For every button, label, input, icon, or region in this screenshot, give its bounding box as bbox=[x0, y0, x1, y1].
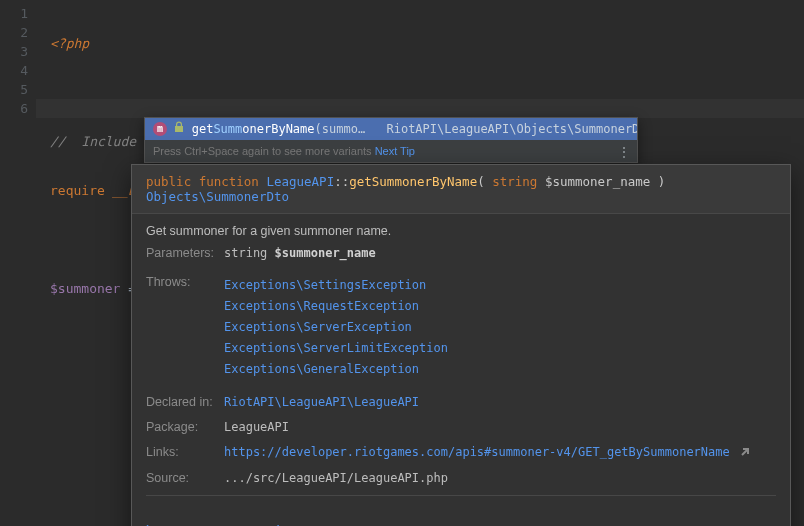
line-gutter: 1 2 3 4 5 6 bbox=[0, 0, 40, 118]
line-number: 6 bbox=[0, 99, 40, 118]
suggestion-return-type: RiotAPI\LeagueAPI\Objects\SummonerDto bbox=[368, 122, 637, 136]
line-number: 3 bbox=[0, 42, 40, 61]
api-docs-link[interactable]: https://developer.riotgames.com/apis#sum… bbox=[224, 445, 730, 459]
php-open-tag: <?php bbox=[50, 36, 89, 51]
label-source: Source: bbox=[146, 465, 216, 485]
throws-link[interactable]: Exceptions\SettingsException bbox=[224, 278, 426, 292]
label-parameters: Parameters: bbox=[146, 246, 216, 260]
external-link-icon bbox=[740, 446, 750, 460]
value-throws: Exceptions\SettingsException Exceptions\… bbox=[224, 265, 776, 380]
doc-footer: `getSummonerByName` on developer.riotgam… bbox=[132, 518, 790, 527]
keyword-require: require bbox=[50, 183, 105, 198]
line-number: 2 bbox=[0, 23, 40, 42]
var-summoner: $summoner bbox=[50, 281, 120, 296]
lock-icon bbox=[174, 118, 184, 140]
divider bbox=[146, 495, 776, 496]
value-source: .../src/LeagueAPI/LeagueAPI.php bbox=[224, 465, 776, 485]
doc-body: Get summoner for a given summoner name. … bbox=[132, 214, 790, 518]
line-number: 5 bbox=[0, 80, 40, 99]
suggestion-name: getSummonerByName bbox=[192, 122, 315, 136]
label-links: Links: bbox=[146, 439, 216, 460]
line-number: 1 bbox=[0, 4, 40, 23]
throws-link[interactable]: Exceptions\RequestException bbox=[224, 299, 419, 313]
doc-signature: public function LeagueAPI::getSummonerBy… bbox=[132, 165, 790, 214]
line-number: 4 bbox=[0, 61, 40, 80]
label-throws: Throws: bbox=[146, 265, 216, 380]
suggestion-params: (summo… bbox=[315, 122, 366, 136]
declared-in-link[interactable]: RiotAPI\LeagueAPI\LeagueAPI bbox=[224, 395, 419, 409]
method-icon: m bbox=[153, 122, 167, 136]
documentation-popup[interactable]: public function LeagueAPI::getSummonerBy… bbox=[131, 164, 791, 526]
throws-link[interactable]: Exceptions\ServerLimitException bbox=[224, 341, 448, 355]
autocomplete-popup[interactable]: m getSummonerByName(summo… RiotAPI\Leagu… bbox=[144, 117, 638, 163]
value-links: https://developer.riotgames.com/apis#sum… bbox=[224, 439, 776, 460]
value-declared: RiotAPI\LeagueAPI\LeagueAPI bbox=[224, 385, 776, 409]
class-link[interactable]: LeagueAPI bbox=[266, 174, 334, 189]
label-declared: Declared in: bbox=[146, 385, 216, 409]
autocomplete-hint: Press Ctrl+Space again to see more varia… bbox=[145, 140, 637, 162]
doc-description: Get summoner for a given summoner name. bbox=[146, 224, 776, 238]
throws-link[interactable]: Exceptions\GeneralException bbox=[224, 362, 419, 376]
autocomplete-item[interactable]: m getSummonerByName(summo… RiotAPI\Leagu… bbox=[145, 118, 637, 140]
more-options-icon[interactable]: ⋮ bbox=[617, 142, 631, 162]
next-tip-link[interactable]: Next Tip bbox=[375, 145, 415, 157]
throws-link[interactable]: Exceptions\ServerException bbox=[224, 320, 412, 334]
hint-text: Press Ctrl+Space again to see more varia… bbox=[153, 145, 375, 157]
value-package: LeagueAPI bbox=[224, 414, 776, 434]
value-parameters: string $summoner_name bbox=[224, 246, 776, 260]
return-type-link[interactable]: Objects\SummonerDto bbox=[146, 189, 289, 204]
code-editor[interactable]: 1 2 3 4 5 6 <?php // Include init file r… bbox=[0, 0, 804, 526]
label-package: Package: bbox=[146, 414, 216, 434]
